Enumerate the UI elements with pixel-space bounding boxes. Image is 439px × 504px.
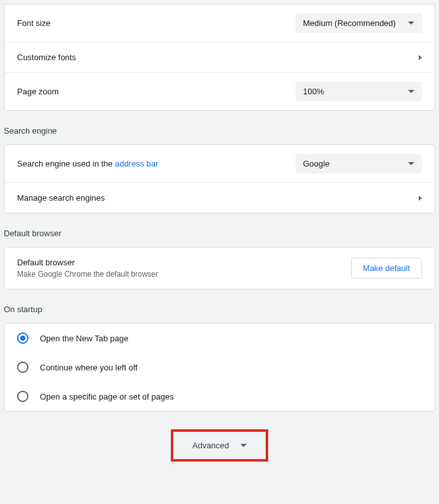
search-engine-label: Search engine used in the address bar [17,159,158,168]
default-browser-text: Default browser Make Google Chrome the d… [17,258,158,279]
page-zoom-select[interactable]: 100% [295,82,422,101]
address-bar-link[interactable]: address bar [115,159,159,168]
default-browser-title: Default browser [0,217,439,243]
manage-search-engines-label: Manage search engines [17,193,105,203]
startup-option-label: Continue where you left off [40,363,137,372]
startup-option-2[interactable]: Open a specific page or set of pages [4,382,435,411]
chevron-down-icon [408,162,414,165]
chevron-right-icon [419,55,422,60]
radio-icon[interactable] [17,362,28,373]
on-startup-card: Open the New Tab page Continue where you… [4,323,435,412]
default-browser-heading: Default browser [17,258,158,267]
chevron-down-icon [240,444,247,447]
startup-option-1[interactable]: Continue where you left off [4,353,435,382]
search-engine-card: Search engine used in the address bar Go… [4,144,435,213]
page-zoom-label: Page zoom [17,87,59,96]
page-zoom-row: Page zoom 100% [4,72,435,110]
customize-fonts-row[interactable]: Customize fonts [4,42,435,72]
default-browser-subtext: Make Google Chrome the default browser [17,270,158,279]
chevron-right-icon [419,196,422,201]
default-browser-card: Default browser Make Google Chrome the d… [4,247,435,289]
appearance-card: Font size Medium (Recommended) Customize… [4,4,435,111]
chevron-down-icon [408,90,414,93]
on-startup-title: On startup [0,293,439,319]
startup-option-label: Open a specific page or set of pages [40,392,174,401]
font-size-label: Font size [17,18,51,28]
startup-option-label: Open the New Tab page [40,334,128,343]
radio-icon[interactable] [17,391,28,402]
default-browser-row: Default browser Make Google Chrome the d… [4,248,435,289]
advanced-wrap: Advanced [0,429,439,462]
startup-option-0[interactable]: Open the New Tab page [4,324,435,353]
search-engine-row: Search engine used in the address bar Go… [4,145,435,182]
font-size-select[interactable]: Medium (Recommended) [295,13,422,33]
page-zoom-value: 100% [303,87,324,96]
search-engine-value: Google [303,159,330,168]
font-size-row: Font size Medium (Recommended) [4,4,435,42]
advanced-label: Advanced [192,441,229,450]
search-engine-title: Search engine [0,115,439,141]
make-default-button[interactable]: Make default [351,258,422,279]
advanced-button[interactable]: Advanced [171,429,268,462]
radio-icon[interactable] [17,332,28,344]
search-engine-select[interactable]: Google [295,154,422,173]
chevron-down-icon [408,22,414,25]
font-size-value: Medium (Recommended) [303,18,396,28]
manage-search-engines-row[interactable]: Manage search engines [4,182,435,213]
customize-fonts-label: Customize fonts [17,53,76,62]
